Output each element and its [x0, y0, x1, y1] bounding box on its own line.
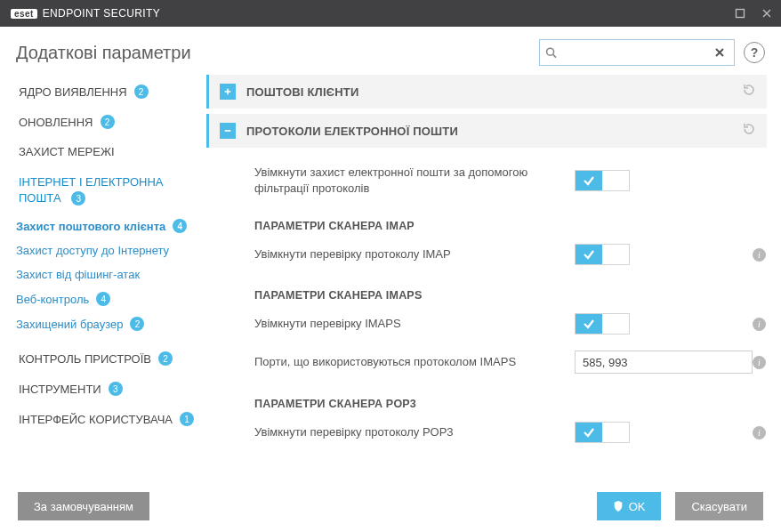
setting-label: Увімкнути перевірку IMAPS — [254, 316, 575, 332]
search-icon — [545, 46, 557, 59]
section-mail-clients: ПОШТОВІ КЛІЄНТИ — [206, 75, 767, 109]
setting-label: Увімкнути перевірку протоколу POP3 — [254, 424, 575, 440]
titlebar: eset ENDPOINT SECURITY — [0, 0, 781, 27]
sidebar: ЯДРО ВИЯВЛЕННЯ 2 ОНОВЛЕННЯ 2 ЗАХИСТ МЕРЕ… — [0, 75, 206, 480]
sidebar-badge: 2 — [130, 317, 144, 331]
sidebar-item-label: ЗАХИСТ МЕРЕЖІ — [19, 145, 115, 158]
info-icon[interactable]: i — [753, 426, 766, 439]
sidebar-item-label: Захист доступу до Інтернету — [16, 244, 169, 257]
page-title: Додаткові параметри — [16, 43, 191, 63]
sidebar-item-label: Захист поштового клієнта — [16, 220, 165, 233]
sidebar-badge: 2 — [101, 115, 115, 129]
sidebar-item-label: ІНСТРУМЕНТИ — [19, 383, 101, 396]
search-box[interactable] — [539, 39, 735, 66]
sidebar-item-label: ЯДРО ВИЯВЛЕННЯ — [19, 85, 127, 99]
sidebar-badge: 4 — [96, 292, 110, 306]
sidebar-sub-web-control[interactable]: Веб-контроль 4 — [0, 286, 206, 311]
section-email-protocols: ПРОТОКОЛИ ЕЛЕКТРОННОЇ ПОШТИ Увімкнути за… — [206, 114, 767, 467]
sidebar-item-label: Захист від фішинг-атак — [16, 268, 140, 281]
sidebar-item-device-control[interactable]: КОНТРОЛЬ ПРИСТРОЇВ 2 — [0, 343, 206, 374]
info-icon[interactable]: i — [753, 356, 766, 369]
sidebar-sub-web-access-protection[interactable]: Захист доступу до Інтернету — [0, 238, 206, 262]
sidebar-item-user-interface[interactable]: ІНТЕРФЕЙС КОРИСТУВАЧА 1 — [0, 404, 206, 434]
button-label: Скасувати — [691, 500, 747, 513]
section-title: ПОШТОВІ КЛІЄНТИ — [246, 85, 358, 99]
expand-icon[interactable] — [220, 84, 236, 100]
window-close-button[interactable] — [760, 6, 774, 20]
collapse-icon[interactable] — [220, 123, 236, 139]
sidebar-badge: 3 — [109, 382, 123, 396]
check-icon — [576, 423, 602, 442]
shield-icon — [613, 501, 624, 512]
sidebar-item-detection-core[interactable]: ЯДРО ВИЯВЛЕННЯ 2 — [0, 77, 206, 107]
sidebar-badge: 2 — [158, 351, 173, 366]
sidebar-item-label: КОНТРОЛЬ ПРИСТРОЇВ — [19, 352, 151, 366]
subheader-imaps: ПАРАМЕТРИ СКАНЕРА IMAPS — [254, 273, 756, 305]
reset-icon[interactable] — [742, 122, 756, 140]
setting-label: Увімкнути захист електронної пошти за до… — [254, 165, 575, 196]
subheader-imap: ПАРАМЕТРИ СКАНЕРА IMAP — [254, 204, 756, 236]
sidebar-sub-secure-browser[interactable]: Захищений браузер 2 — [0, 311, 206, 336]
toggle-enable-imaps[interactable] — [575, 313, 630, 335]
sidebar-item-network-protection[interactable]: ЗАХИСТ МЕРЕЖІ — [0, 137, 206, 166]
section-header-email-protocols[interactable]: ПРОТОКОЛИ ЕЛЕКТРОННОЇ ПОШТИ — [206, 114, 767, 148]
section-body: Увімкнути захист електронної пошти за до… — [206, 148, 767, 467]
help-button[interactable]: ? — [744, 42, 765, 63]
svg-point-1 — [547, 48, 554, 55]
toggle-enable-pop3[interactable] — [575, 422, 630, 443]
info-icon[interactable]: i — [753, 248, 766, 262]
sidebar-item-tools[interactable]: ІНСТРУМЕНТИ 3 — [0, 374, 206, 404]
sidebar-item-label: ІНТЕРФЕЙС КОРИСТУВАЧА — [19, 413, 173, 426]
check-icon — [576, 314, 602, 334]
brand-product: ENDPOINT SECURITY — [43, 7, 161, 20]
sidebar-badge: 3 — [71, 191, 85, 206]
brand-eset-logo: eset — [11, 9, 37, 19]
section-title: ПРОТОКОЛИ ЕЛЕКТРОННОЇ ПОШТИ — [246, 125, 458, 138]
input-imaps-ports[interactable] — [575, 351, 753, 374]
content-panel: ПОШТОВІ КЛІЄНТИ ПРОТОКОЛИ ЕЛЕКТРОННОЇ ПО… — [206, 75, 781, 480]
sidebar-item-internet-and-email[interactable]: ІНТЕРНЕТ І ЕЛЕКТРОННА ПОШТА 3 — [0, 166, 206, 214]
header: Додаткові параметри ? — [0, 27, 781, 75]
brand: eset ENDPOINT SECURITY — [11, 7, 160, 20]
svg-rect-0 — [737, 10, 745, 18]
toggle-enable-email-protection[interactable] — [575, 170, 630, 191]
sidebar-item-label: Веб-контроль — [16, 293, 89, 306]
sidebar-sub-phishing-protection[interactable]: Захист від фішинг-атак — [0, 262, 206, 286]
sidebar-badge: 1 — [180, 412, 194, 426]
sidebar-sub-email-client-protection[interactable]: Захист поштового клієнта 4 — [0, 214, 206, 238]
toggle-enable-imap[interactable] — [575, 244, 630, 265]
footer: За замовчуванням OK Скасувати — [0, 480, 781, 532]
search-input[interactable] — [560, 46, 709, 60]
search-clear-button[interactable] — [714, 45, 729, 60]
button-label: За замовчуванням — [34, 500, 133, 513]
row-imaps-ports: Порти, що використовуються протоколом IM… — [254, 343, 756, 382]
ok-button[interactable]: OK — [597, 492, 662, 520]
window-maximize-button[interactable] — [733, 6, 747, 20]
cancel-button[interactable]: Скасувати — [675, 492, 763, 520]
row-enable-email-protection: Увімкнути захист електронної пошти за до… — [254, 157, 756, 204]
sidebar-badge: 4 — [173, 219, 187, 233]
check-icon — [576, 245, 602, 264]
info-icon[interactable]: i — [753, 318, 766, 331]
check-icon — [576, 171, 602, 190]
sidebar-item-label: ОНОВЛЕННЯ — [19, 116, 93, 129]
sidebar-item-label: Захищений браузер — [16, 318, 123, 331]
sidebar-item-label: ІНТЕРНЕТ І ЕЛЕКТРОННА ПОШТА — [19, 175, 163, 205]
row-enable-imap: Увімкнути перевірку протоколу IMAP i — [254, 236, 756, 273]
setting-label: Увімкнути перевірку протоколу IMAP — [254, 246, 575, 262]
button-label: OK — [629, 500, 646, 513]
row-enable-pop3: Увімкнути перевірку протоколу POP3 i — [254, 414, 756, 451]
section-header-mail-clients[interactable]: ПОШТОВІ КЛІЄНТИ — [206, 75, 767, 109]
setting-label: Порти, що використовуються протоколом IM… — [254, 354, 575, 370]
sidebar-item-updates[interactable]: ОНОВЛЕННЯ 2 — [0, 107, 206, 137]
window-controls — [733, 6, 774, 20]
sidebar-badge: 2 — [134, 85, 149, 99]
reset-icon[interactable] — [742, 83, 756, 101]
defaults-button[interactable]: За замовчуванням — [18, 492, 149, 520]
row-enable-imaps: Увімкнути перевірку IMAPS i — [254, 305, 756, 343]
subheader-pop3: ПАРАМЕТРИ СКАНЕРА POP3 — [254, 382, 756, 414]
